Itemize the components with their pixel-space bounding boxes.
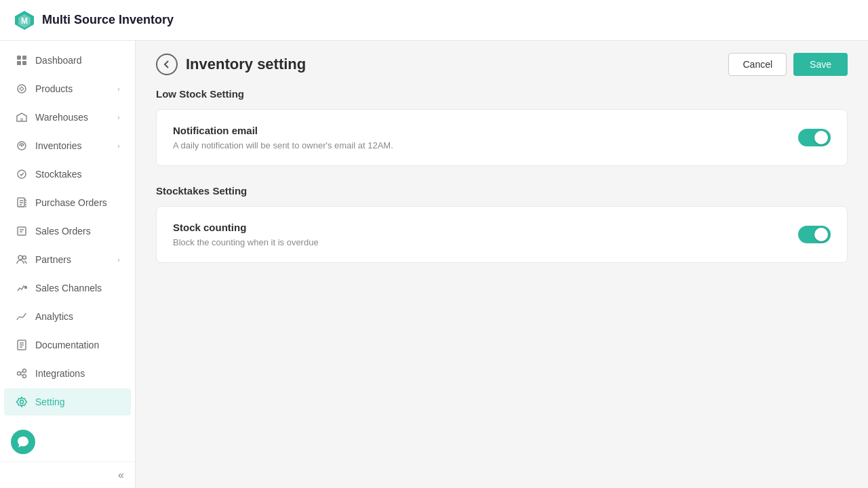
page-header: Inventory setting Cancel Save: [136, 41, 868, 88]
sidebar-label-dashboard: Dashboard: [35, 55, 82, 66]
sidebar-label-purchase-orders: Purchase Orders: [35, 197, 107, 208]
sidebar-label-stocktakes: Stocktakes: [35, 169, 81, 180]
cancel-button[interactable]: Cancel: [728, 53, 787, 76]
sidebar-item-inventories[interactable]: Inventories ›: [4, 132, 131, 159]
chat-bubble-button[interactable]: [11, 430, 35, 454]
sidebar-collapse-button[interactable]: «: [0, 462, 135, 488]
page-header-left: Inventory setting: [156, 54, 306, 75]
stock-counting-toggle[interactable]: [798, 226, 831, 243]
chevron-warehouses-icon: ›: [117, 113, 120, 121]
stock-counting-slider: [798, 226, 831, 243]
collapse-icon: «: [118, 469, 124, 481]
sidebar-label-products: Products: [35, 83, 73, 94]
svg-rect-3: [17, 56, 21, 60]
sidebar-item-documentation[interactable]: Documentation: [4, 331, 131, 359]
sidebar-item-integrations[interactable]: Integrations: [4, 360, 131, 387]
sidebar-label-setting: Setting: [35, 396, 65, 407]
svg-point-19: [23, 369, 26, 373]
main-layout: Dashboard Products › Warehouses › Invent…: [0, 41, 868, 488]
sidebar-label-partners: Partners: [35, 254, 71, 265]
svg-point-15: [23, 256, 26, 260]
notification-email-text: Notification email A daily notification …: [173, 125, 393, 150]
svg-point-14: [18, 256, 22, 260]
sidebar-item-products[interactable]: Products ›: [4, 75, 131, 102]
notification-email-description: A daily notification will be sent to own…: [173, 140, 393, 150]
documentation-icon: [15, 338, 28, 352]
svg-point-18: [18, 372, 21, 375]
sidebar-label-documentation: Documentation: [35, 340, 99, 350]
header-actions: Cancel Save: [728, 53, 848, 76]
sidebar-label-inventories: Inventories: [35, 140, 81, 151]
stock-counting-card: Stock counting Block the counting when i…: [156, 206, 848, 263]
dashboard-icon: [15, 54, 28, 67]
chevron-partners-icon: ›: [117, 256, 120, 264]
content-area: Inventory setting Cancel Save Low Stock …: [136, 41, 868, 488]
sales-channels-icon: [15, 281, 28, 295]
notification-email-card: Notification email A daily notification …: [156, 109, 848, 166]
save-button[interactable]: Save: [793, 53, 848, 76]
settings-content: Low Stock Setting Notification email A d…: [136, 88, 868, 302]
sidebar-label-analytics: Analytics: [35, 311, 73, 322]
sidebar-item-dashboard[interactable]: Dashboard: [4, 47, 131, 74]
svg-point-7: [18, 85, 26, 93]
svg-point-11: [18, 170, 26, 178]
svg-point-10: [21, 145, 23, 147]
svg-line-21: [21, 371, 23, 373]
svg-point-20: [23, 375, 26, 378]
stocktakes-section-title: Stocktakes Setting: [156, 185, 848, 197]
sidebar-item-analytics[interactable]: Analytics: [4, 303, 131, 330]
sidebar-item-warehouses[interactable]: Warehouses ›: [4, 104, 131, 131]
warehouses-icon: [15, 110, 28, 124]
integrations-icon: [15, 367, 28, 380]
svg-point-16: [25, 287, 27, 289]
notification-email-toggle[interactable]: [798, 129, 831, 146]
svg-rect-8: [20, 118, 23, 121]
chevron-products-icon: ›: [117, 85, 120, 93]
sidebar-item-setting[interactable]: Setting: [4, 388, 131, 415]
chevron-inventories-icon: ›: [117, 142, 120, 150]
page-title: Inventory setting: [186, 56, 306, 73]
svg-rect-13: [18, 227, 26, 235]
svg-rect-4: [22, 56, 26, 60]
low-stock-section: Low Stock Setting Notification email A d…: [156, 88, 848, 166]
sidebar: Dashboard Products › Warehouses › Invent…: [0, 41, 136, 488]
svg-text:M: M: [21, 16, 28, 26]
stock-counting-title: Stock counting: [173, 222, 319, 233]
svg-rect-5: [17, 61, 21, 65]
back-button[interactable]: [156, 54, 178, 75]
stock-counting-text: Stock counting Block the counting when i…: [173, 222, 319, 247]
top-header: M Multi Source Inventory: [0, 0, 868, 41]
low-stock-section-title: Low Stock Setting: [156, 88, 848, 100]
notification-email-title: Notification email: [173, 125, 393, 136]
inventories-icon: [15, 139, 28, 152]
sidebar-item-stocktakes[interactable]: Stocktakes: [4, 161, 131, 188]
sidebar-item-sales-channels[interactable]: Sales Channels: [4, 274, 131, 302]
sidebar-label-sales-orders: Sales Orders: [35, 226, 91, 237]
sales-orders-icon: [15, 224, 28, 238]
svg-point-23: [20, 401, 24, 404]
stocktakes-icon: [15, 167, 28, 181]
sidebar-item-purchase-orders[interactable]: Purchase Orders: [4, 189, 131, 216]
svg-line-22: [21, 374, 23, 375]
notification-email-slider: [798, 129, 831, 146]
stock-counting-description: Block the counting when it is overdue: [173, 237, 319, 247]
app-title: Multi Source Inventory: [42, 13, 174, 27]
products-icon: [15, 82, 28, 96]
setting-icon: [15, 395, 28, 409]
sidebar-item-sales-orders[interactable]: Sales Orders: [4, 218, 131, 245]
sidebar-item-partners[interactable]: Partners ›: [4, 246, 131, 273]
sidebar-label-sales-channels: Sales Channels: [35, 283, 102, 293]
sidebar-label-warehouses: Warehouses: [35, 112, 88, 123]
svg-rect-6: [22, 61, 26, 65]
stocktakes-section: Stocktakes Setting Stock counting Block …: [156, 185, 848, 263]
partners-icon: [15, 253, 28, 266]
analytics-icon: [15, 310, 28, 323]
logo-icon: M: [14, 9, 35, 31]
sidebar-label-integrations: Integrations: [35, 368, 85, 379]
purchase-orders-icon: [15, 196, 28, 209]
